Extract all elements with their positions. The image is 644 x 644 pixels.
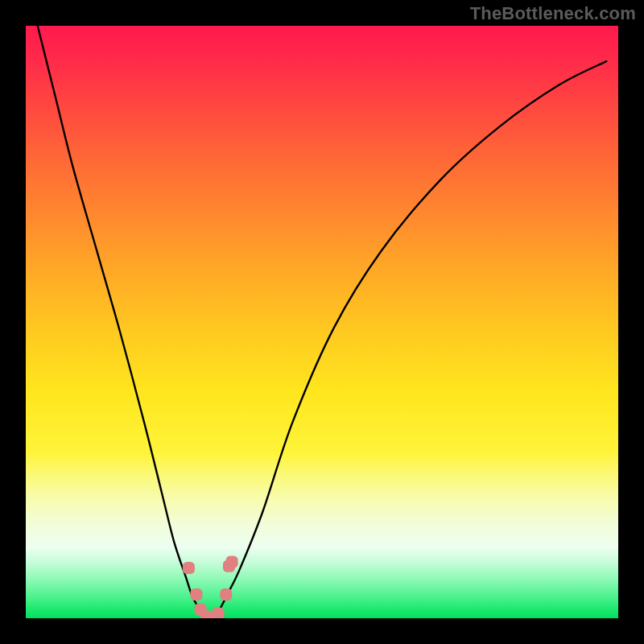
curve-layer <box>26 26 618 618</box>
marker-dot <box>190 588 202 601</box>
marker-dot <box>213 608 225 618</box>
curve-markers <box>183 556 238 618</box>
chart-frame: TheBottleneck.com <box>0 0 644 644</box>
marker-dot <box>220 588 232 601</box>
marker-dot <box>226 556 238 568</box>
marker-dot <box>183 562 195 574</box>
bottleneck-curve <box>38 26 607 618</box>
plot-area <box>26 26 618 618</box>
curve-path <box>38 26 607 618</box>
watermark-label: TheBottleneck.com <box>470 3 636 24</box>
